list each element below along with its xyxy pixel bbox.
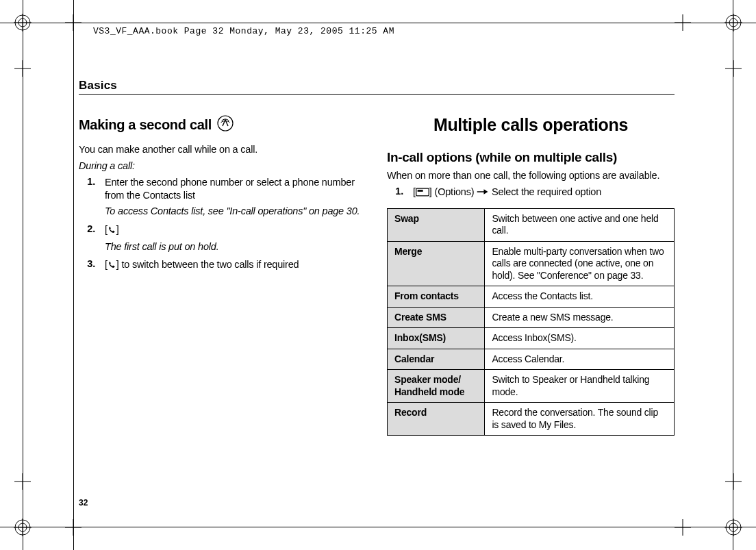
- svg-point-16: [218, 116, 233, 131]
- option-name: Record: [388, 403, 485, 436]
- option-desc: Enable multi-party conversation when two…: [485, 241, 675, 286]
- trim-cross-icon: [14, 473, 31, 490]
- option-name: From contacts: [388, 286, 485, 308]
- step-text: [] (Options) Select the required option: [413, 186, 601, 199]
- table-row: RecordRecord the conversation. The sound…: [388, 403, 675, 436]
- table-row: Inbox(SMS)Access Inbox(SMS).: [388, 328, 675, 349]
- table-row: CalendarAccess Calendar.: [388, 349, 675, 370]
- softkey-icon: [416, 186, 429, 197]
- right-intro: When on more than one call, the followin…: [387, 169, 675, 182]
- trim-cross-icon: [675, 519, 691, 536]
- option-desc: Access the Contacts list.: [485, 286, 675, 308]
- step-item: 1. Enter the second phone number or sele…: [79, 176, 366, 218]
- section-label: Basics: [79, 79, 675, 95]
- left-column: Making a second call You can make anothe…: [79, 115, 366, 436]
- page-content: Basics Making a second call You can make…: [79, 79, 675, 436]
- step-item: 2. [] The first call is put on hold.: [79, 223, 366, 253]
- registration-mark-icon: [724, 518, 742, 536]
- trim-line-icon: [733, 0, 733, 550]
- option-desc: Access Calendar.: [485, 349, 675, 370]
- step-item: 3. [] to switch between the two calls if…: [79, 258, 366, 273]
- option-desc: Record the conversation. The sound clip …: [485, 403, 675, 436]
- step-number: 2.: [79, 223, 95, 253]
- option-name: Inbox(SMS): [388, 328, 485, 349]
- step-text: []: [105, 223, 218, 238]
- step-number: 1.: [79, 176, 95, 218]
- right-heading: Multiple calls operations: [387, 115, 675, 135]
- svg-rect-18: [418, 190, 423, 192]
- step-text: Enter the second phone number or select …: [105, 176, 366, 202]
- step-sub: To access Contacts list, see "In-call op…: [105, 205, 366, 218]
- trim-line-icon: [23, 0, 23, 550]
- call-icon: [108, 260, 116, 273]
- trim-cross-icon: [725, 60, 742, 77]
- step-text: [] to switch between the two calls if re…: [105, 258, 299, 273]
- table-row: SwapSwitch between one active and one he…: [388, 208, 675, 241]
- left-context: During a call:: [79, 160, 366, 172]
- running-header: VS3_VF_AAA.book Page 32 Monday, May 23, …: [93, 26, 394, 36]
- trim-cross-icon: [725, 473, 742, 490]
- option-name: Speaker mode/ Handheld mode: [388, 370, 485, 403]
- right-column: Multiple calls operations In-call option…: [387, 115, 675, 436]
- svg-rect-17: [416, 188, 429, 196]
- right-subheading: In-call options (while on multiple calls…: [387, 150, 675, 165]
- option-desc: Create a new SMS message.: [485, 307, 675, 328]
- trim-line-icon: [73, 0, 74, 550]
- option-desc: Access Inbox(SMS).: [485, 328, 675, 349]
- table-row: From contactsAccess the Contacts list.: [388, 286, 675, 308]
- trim-cross-icon: [675, 14, 691, 31]
- left-heading-text: Making a second call: [79, 117, 212, 133]
- call-icon: [108, 225, 116, 238]
- option-name: Merge: [388, 241, 485, 286]
- step-item: 1. [] (Options) Select the required opti…: [387, 186, 675, 199]
- trim-cross-icon: [14, 60, 31, 77]
- antenna-icon: [217, 115, 234, 135]
- option-name: Calendar: [388, 349, 485, 370]
- table-row: MergeEnable multi-party conversation whe…: [388, 241, 675, 286]
- left-intro: You can make another call while on a cal…: [79, 143, 366, 155]
- step-number: 3.: [79, 258, 95, 273]
- option-desc: Switch to Speaker or Handheld talking mo…: [485, 370, 675, 403]
- left-heading: Making a second call: [79, 115, 366, 135]
- arrow-right-icon: [477, 186, 489, 197]
- table-row: Create SMSCreate a new SMS message.: [388, 307, 675, 328]
- option-name: Swap: [388, 208, 485, 241]
- step-sub: The first call is put on hold.: [105, 240, 218, 253]
- option-name: Create SMS: [388, 307, 485, 328]
- trim-line-icon: [0, 527, 756, 527]
- step-number: 1.: [387, 186, 403, 199]
- table-row: Speaker mode/ Handheld modeSwitch to Spe…: [388, 370, 675, 403]
- trim-line-icon: [0, 23, 756, 23]
- options-table: SwapSwitch between one active and one he…: [387, 208, 675, 436]
- option-desc: Switch between one active and one held c…: [485, 208, 675, 241]
- page-number: 32: [79, 498, 88, 508]
